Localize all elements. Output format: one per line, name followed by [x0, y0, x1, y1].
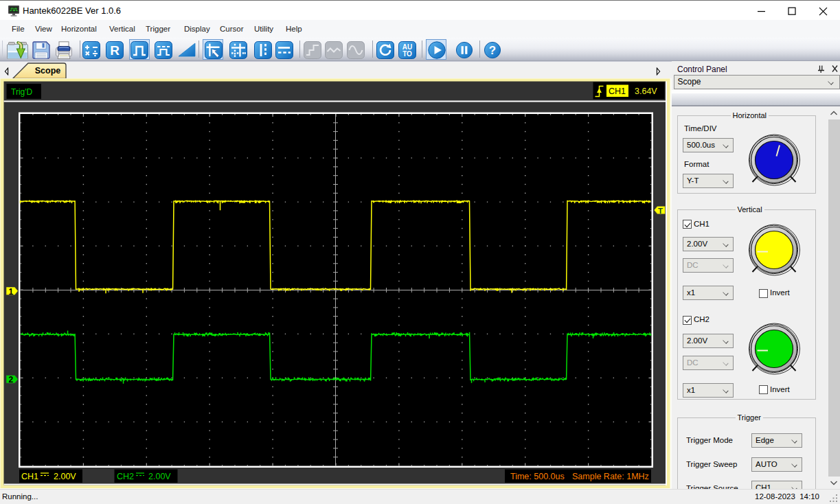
svg-text:2.00V: 2.00V: [54, 472, 76, 481]
svg-text:Scope: Scope: [35, 66, 61, 76]
svg-text:CH1: CH1: [21, 472, 38, 481]
svg-text:2.00V: 2.00V: [148, 472, 171, 481]
svg-text:T: T: [658, 207, 663, 215]
svg-text:CH2: CH2: [117, 472, 134, 481]
svg-text:Trig'D: Trig'D: [11, 87, 33, 97]
svg-text:Time: 500.0us: Time: 500.0us: [510, 472, 565, 481]
svg-text:Sample Rate: 1MHz: Sample Rate: 1MHz: [572, 472, 649, 481]
svg-text:R: R: [110, 43, 120, 58]
svg-text:2: 2: [9, 375, 14, 385]
svg-text:CH1: CH1: [609, 87, 626, 96]
svg-text:TO: TO: [402, 50, 412, 58]
svg-text:?: ?: [488, 44, 495, 57]
svg-text:1: 1: [9, 287, 14, 297]
svg-text:3.64V: 3.64V: [635, 87, 657, 96]
